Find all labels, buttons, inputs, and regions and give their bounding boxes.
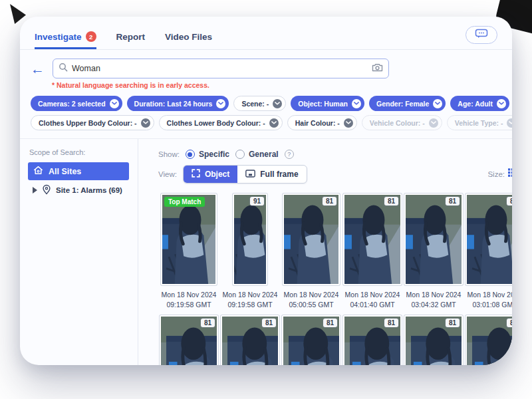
chevron-down-icon bbox=[269, 118, 279, 128]
result-cell: 81 Mon 18 Nov 2024 04:01:40 GMT bbox=[342, 194, 403, 309]
filter-pill-label: Cameras: 2 selected bbox=[38, 100, 106, 108]
result-thumbnail[interactable]: 81 bbox=[466, 194, 512, 285]
help-icon[interactable]: ? bbox=[285, 150, 294, 159]
result-cell: 81 bbox=[158, 315, 219, 365]
size-controls: Size: bbox=[487, 168, 512, 180]
results-panel: Show: Specific General ? View: bbox=[138, 139, 512, 365]
results-row-2: 81 bbox=[158, 315, 512, 365]
location-pin-icon bbox=[42, 184, 51, 196]
corner-brackets-icon bbox=[192, 169, 200, 180]
investigate-card: Investigate 2 Report Video Files bbox=[20, 17, 512, 365]
view-object-label: Object bbox=[205, 170, 229, 179]
radio-specific[interactable]: Specific bbox=[186, 150, 229, 159]
result-thumbnail[interactable]: 81 bbox=[343, 315, 402, 365]
view-option-object[interactable]: Object bbox=[184, 166, 237, 183]
chevron-down-icon bbox=[273, 99, 282, 108]
radio-icon-unselected[interactable] bbox=[235, 150, 245, 159]
chevron-down-icon bbox=[433, 99, 442, 108]
radio-general-label: General bbox=[249, 150, 279, 159]
chevron-down-icon bbox=[507, 118, 512, 128]
filter-pill[interactable]: Vehicle Colour: - bbox=[362, 115, 442, 130]
filter-pill[interactable]: Clothes Upper Body Colour: - bbox=[31, 115, 154, 130]
filter-pill[interactable]: Duration: Last 24 hours bbox=[127, 96, 229, 111]
page: Investigate 2 Report Video Files bbox=[0, 0, 532, 399]
filter-pill-label: Vehicle Colour: - bbox=[370, 119, 425, 127]
view-option-full-frame[interactable]: Full frame bbox=[237, 166, 306, 183]
radio-general[interactable]: General bbox=[235, 150, 279, 159]
chat-button[interactable] bbox=[466, 26, 497, 44]
filter-pill[interactable]: Gender: Female bbox=[369, 96, 446, 111]
camera-icon[interactable] bbox=[372, 63, 383, 74]
radio-icon-selected[interactable] bbox=[186, 150, 195, 159]
result-thumbnail[interactable]: 81 bbox=[160, 315, 218, 365]
result-timestamp: Mon 18 Nov 2024 05:00:55 GMT bbox=[284, 290, 339, 309]
investigate-count-badge: 2 bbox=[86, 31, 96, 42]
result-thumbnail[interactable]: Top Match bbox=[161, 194, 217, 285]
scope-sidebar: Scope of Search: All Sites bbox=[20, 139, 138, 365]
match-score-badge: 81 bbox=[384, 197, 398, 205]
filter-pill[interactable]: Object: Human bbox=[291, 96, 364, 111]
match-score-badge: Top Match bbox=[164, 197, 205, 207]
result-timestamp: Mon 18 Nov 2024 04:01:40 GMT bbox=[345, 290, 400, 309]
match-score-badge: 81 bbox=[262, 319, 276, 327]
tab-report[interactable]: Report bbox=[116, 32, 146, 49]
chevron-down-icon bbox=[141, 118, 150, 128]
result-thumbnail[interactable]: 81 bbox=[343, 194, 402, 285]
result-thumbnail[interactable]: 81 bbox=[404, 194, 463, 285]
search-icon bbox=[59, 63, 68, 74]
sidebar-item-all-sites[interactable]: All Sites bbox=[28, 162, 129, 180]
filter-pill-label: Hair Colour: - bbox=[295, 119, 340, 127]
filter-pill-label: Age: Adult bbox=[458, 100, 493, 108]
filter-pill-label: Vehicle Type: - bbox=[455, 119, 503, 127]
match-score-badge: 81 bbox=[384, 319, 398, 327]
filter-pill-label: Clothes Lower Body Colour: - bbox=[167, 119, 265, 127]
result-cell: 81 bbox=[342, 315, 403, 365]
tab-investigate[interactable]: Investigate 2 bbox=[35, 31, 96, 49]
result-timestamp: Mon 18 Nov 2024 09:19:58 GMT bbox=[223, 290, 278, 309]
chat-icon bbox=[475, 29, 488, 41]
image-frame-icon bbox=[245, 170, 255, 180]
result-timestamp: Mon 18 Nov 2024 03:01:08 GMT bbox=[467, 290, 512, 309]
filter-pill[interactable]: Vehicle Type: - bbox=[447, 115, 512, 130]
filter-row-2: Clothes Upper Body Colour: - Clothes Low… bbox=[20, 115, 512, 130]
tab-video-files[interactable]: Video Files bbox=[165, 32, 212, 49]
match-score-badge: 81 bbox=[507, 319, 512, 327]
filter-pill-label: Duration: Last 24 hours bbox=[134, 100, 213, 108]
early-access-note: * Natural language searching is in early… bbox=[52, 81, 512, 89]
chevron-down-icon bbox=[216, 99, 225, 108]
search-input[interactable] bbox=[72, 64, 368, 73]
filter-pill[interactable]: Age: Adult bbox=[450, 96, 509, 111]
result-thumbnail[interactable]: 81 bbox=[221, 315, 279, 365]
view-full-frame-label: Full frame bbox=[260, 170, 298, 179]
filter-pill[interactable]: Hair Colour: - bbox=[287, 115, 357, 130]
view-toggle: Object Full frame bbox=[183, 165, 307, 184]
result-cell: 81 bbox=[464, 315, 512, 365]
show-controls: Show: Specific General ? bbox=[158, 150, 512, 159]
view-label: View: bbox=[158, 170, 177, 178]
chevron-down-icon bbox=[497, 99, 506, 108]
match-score-badge: 91 bbox=[250, 197, 264, 205]
filter-pill[interactable]: Cameras: 2 selected bbox=[31, 96, 122, 111]
size-grid-icon[interactable] bbox=[508, 168, 512, 180]
filter-pill[interactable]: Clothes Lower Body Colour: - bbox=[159, 115, 283, 130]
sidebar-item-site1[interactable]: Site 1: Alarms (69) bbox=[28, 184, 138, 196]
match-score-badge: 81 bbox=[201, 319, 215, 327]
show-label: Show: bbox=[158, 150, 180, 158]
result-thumbnail[interactable]: 91 bbox=[233, 194, 267, 285]
filter-pill-label: Clothes Upper Body Colour: - bbox=[39, 119, 137, 127]
result-cell: 81 bbox=[281, 315, 342, 365]
result-thumbnail[interactable]: 81 bbox=[283, 194, 340, 285]
result-thumbnail[interactable]: 81 bbox=[282, 315, 340, 365]
result-thumbnail[interactable]: 81 bbox=[404, 315, 463, 365]
result-timestamp: Mon 18 Nov 2024 03:04:32 GMT bbox=[406, 290, 462, 309]
site1-label: Site 1: Alarms (69) bbox=[56, 186, 122, 194]
filter-pill[interactable]: Scene: - bbox=[233, 96, 286, 111]
result-cell: 81 Mon 18 Nov 2024 03:04:32 GMT bbox=[403, 194, 464, 309]
chevron-down-icon bbox=[429, 118, 438, 128]
result-cell: 81 Mon 18 Nov 2024 03:01:08 GMT bbox=[464, 194, 512, 309]
result-cell: 81 bbox=[219, 315, 281, 365]
expand-triangle-icon[interactable] bbox=[33, 187, 37, 194]
result-thumbnail[interactable]: 81 bbox=[466, 315, 512, 365]
back-arrow-icon[interactable]: ← bbox=[31, 62, 45, 76]
search-box bbox=[53, 59, 389, 78]
